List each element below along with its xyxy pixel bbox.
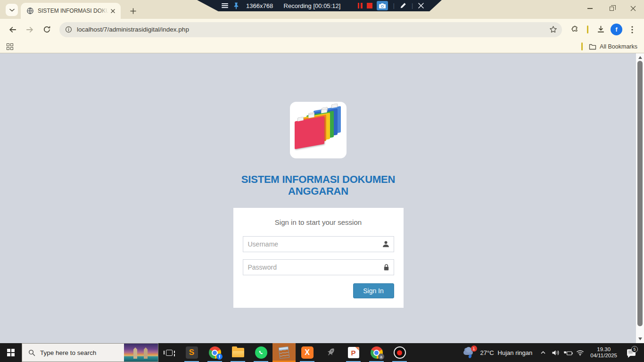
weather-cloud-icon: 1 [463, 347, 476, 358]
wifi-button[interactable] [574, 343, 586, 362]
scroll-up-button[interactable] [636, 54, 644, 61]
record-icon [394, 346, 406, 359]
system-tray: 1 27°C Hujan ringan 19.30 04/11 [458, 343, 644, 362]
window-controls [579, 0, 644, 17]
xampp-icon: X [301, 346, 314, 359]
scroll-down-button[interactable] [636, 336, 644, 342]
page-content: SISTEM INFORMASI DOKUMEN ANGGARAN Sign i… [0, 53, 644, 343]
taskbar-app-screen-recorder[interactable] [388, 343, 411, 362]
recording-resolution: 644x362 [246, 2, 273, 9]
tab-close-button[interactable] [108, 7, 117, 15]
apps-grid-button[interactable] [7, 43, 13, 50]
profile-a-badge: a [378, 354, 384, 360]
task-view-icon [166, 350, 173, 356]
taskbar-app-file-explorer[interactable] [226, 343, 249, 362]
start-button[interactable] [0, 343, 22, 362]
window-close-button[interactable] [622, 0, 644, 17]
taskbar-app-notepad-active[interactable] [272, 343, 296, 362]
sign-in-button[interactable]: Sign In [353, 283, 394, 298]
taskbar-app-powerpoint[interactable]: P [342, 343, 365, 362]
extensions-button[interactable] [568, 23, 582, 37]
forward-button[interactable] [23, 23, 37, 37]
close-icon [418, 3, 424, 8]
search-icon [28, 349, 35, 356]
tray-chevron-button[interactable] [537, 343, 549, 362]
taskbar-app-whatsapp[interactable] [249, 343, 272, 362]
download-icon [597, 25, 605, 33]
weather-widget[interactable]: 1 27°C Hujan ringan [458, 343, 537, 362]
globe-favicon-icon [26, 7, 34, 15]
windows-logo-icon [7, 349, 15, 356]
kebab-menu-icon [631, 26, 633, 33]
rocket-icon [322, 345, 339, 361]
pin-icon[interactable] [233, 2, 239, 9]
profile-avatar[interactable]: f [611, 24, 622, 35]
pencil-icon [400, 2, 406, 9]
user-icon [382, 240, 390, 250]
pause-button[interactable] [358, 3, 363, 8]
tray-date: 04/11/2025 [590, 353, 617, 359]
window-restore-button[interactable] [601, 0, 622, 17]
file-explorer-icon [232, 348, 244, 357]
window-minimize-button[interactable] [579, 0, 601, 17]
page-title-line1: SISTEM INFORMASI DOKUMEN [241, 173, 395, 185]
scroll-up-icon [638, 56, 642, 59]
bing-daily-image [124, 344, 158, 362]
notepad-icon [279, 346, 290, 359]
restore-icon [610, 7, 614, 11]
site-info-icon[interactable] [65, 26, 72, 33]
recorder-close-button[interactable] [418, 3, 424, 8]
new-tab-button[interactable] [126, 4, 140, 17]
all-bookmarks-button[interactable]: All Bookmarks [579, 42, 637, 50]
screenshot-camera-button[interactable] [377, 1, 388, 10]
taskbar-app-chrome-alt[interactable]: a [365, 343, 388, 362]
close-icon [630, 6, 636, 11]
powerpoint-icon: P [348, 347, 359, 358]
whatsapp-icon [255, 346, 267, 359]
taskbar-app-sublime[interactable]: S [180, 343, 203, 362]
toolbar-separator [587, 25, 588, 33]
task-view-button[interactable] [158, 343, 180, 362]
browser-toolbar: localhost/7/administrasidigital/index.ph… [0, 19, 644, 40]
vertical-scrollbar [636, 53, 644, 343]
reload-button[interactable] [40, 23, 54, 37]
app-logo [290, 102, 347, 158]
search-placeholder-text: Type here to search [40, 349, 124, 356]
back-icon [8, 25, 17, 34]
battery-plug-icon [563, 350, 573, 356]
battery-button[interactable] [561, 343, 574, 362]
scroll-thumb[interactable] [637, 61, 643, 326]
bookmarks-separator [581, 42, 583, 50]
bookmark-star-icon[interactable] [549, 25, 557, 33]
page-title-line2: ANGGARAN [241, 185, 395, 197]
wifi-icon [576, 350, 584, 356]
browser-tab[interactable]: SISTEM INFORMASI DOKUMEN [21, 3, 121, 19]
taskbar-app-chrome[interactable]: f [203, 343, 226, 362]
url-text: localhost/7/administrasidigital/index.ph… [77, 26, 549, 33]
tab-search-button[interactable] [6, 4, 18, 16]
taskbar-app-xampp[interactable]: X [296, 343, 319, 362]
clock-widget[interactable]: 19.30 04/11/2025 [586, 346, 621, 359]
puzzle-icon [571, 25, 579, 33]
login-card: Sign in to start your session Sign In [233, 208, 404, 308]
recorder-menu-icon[interactable] [222, 3, 228, 8]
downloads-button[interactable] [594, 23, 608, 37]
back-button[interactable] [6, 23, 20, 37]
browser-menu-button[interactable] [625, 23, 639, 37]
draw-pencil-button[interactable] [400, 2, 406, 9]
stop-button[interactable] [367, 3, 372, 8]
address-bar[interactable]: localhost/7/administrasidigital/index.ph… [59, 22, 562, 37]
notification-center-button[interactable]: 5 [621, 349, 641, 356]
forward-icon [25, 25, 34, 34]
temperature: 27°C [480, 349, 494, 356]
volume-button[interactable] [549, 343, 561, 362]
camera-icon [379, 3, 386, 8]
username-input[interactable] [243, 236, 394, 252]
taskbar-app-rocket[interactable] [319, 343, 342, 362]
password-input[interactable] [243, 259, 394, 275]
tray-time: 19.30 [590, 346, 617, 353]
username-field-wrap [243, 236, 394, 252]
weather-description: Hujan ringan [498, 349, 533, 356]
taskbar-search[interactable]: Type here to search [22, 343, 158, 362]
page-title: SISTEM INFORMASI DOKUMEN ANGGARAN [241, 173, 395, 197]
